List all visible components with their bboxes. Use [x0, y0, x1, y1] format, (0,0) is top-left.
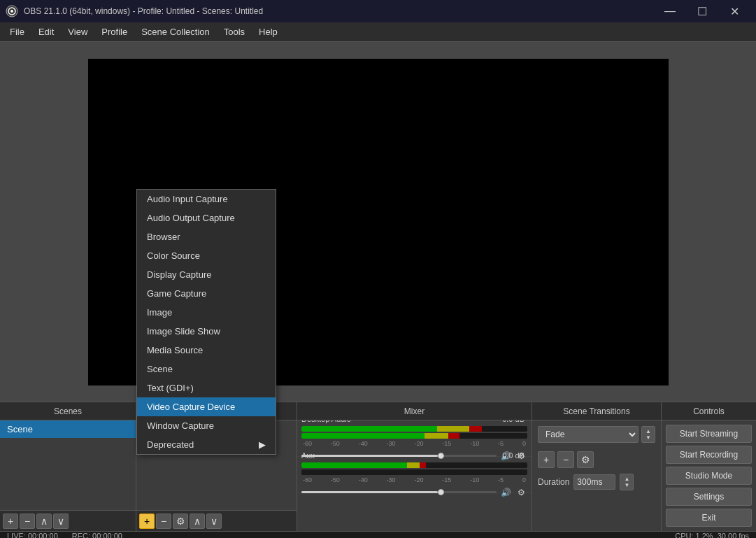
duration-row: Duration ▲ ▼	[538, 474, 655, 490]
scenes-toolbar: + − ∧ ∨	[0, 510, 136, 531]
context-video-capture[interactable]: Video Capture Device	[137, 397, 276, 416]
duration-label: Duration	[538, 477, 569, 487]
scenes-add-button[interactable]: +	[3, 514, 18, 529]
obs-icon	[6, 5, 18, 17]
context-deprecated[interactable]: Deprecated ▶	[137, 435, 276, 454]
duration-input[interactable]	[573, 474, 615, 490]
bottom-panel: Scenes Scene + − ∧ ∨ Sources	[0, 402, 756, 538]
statusbar: LIVE: 00:00:00 REC: 00:00:00 CPU: 1.2%, …	[0, 531, 756, 538]
start-streaming-button[interactable]: Start Streaming	[666, 425, 752, 443]
studio-mode-button[interactable]: Studio Mode	[666, 467, 752, 485]
context-game-capture[interactable]: Game Capture	[137, 284, 276, 303]
scenes-down-button[interactable]: ∨	[53, 514, 69, 529]
controls-content: Start Streaming Start Recording Studio M…	[662, 420, 756, 531]
menu-edit[interactable]: Edit	[31, 24, 61, 40]
context-media-source[interactable]: Media Source	[137, 341, 276, 360]
close-button[interactable]: ✕	[718, 0, 750, 22]
menu-help[interactable]: Help	[252, 24, 285, 40]
transitions-header: Scene Transitions	[532, 402, 661, 420]
menu-file[interactable]: File	[3, 24, 31, 40]
transitions-content: Fade Cut Swipe Slide ▲ ▼ + − ⚙	[532, 420, 661, 531]
sources-add-button[interactable]: +	[139, 514, 155, 529]
context-scene[interactable]: Scene	[137, 360, 276, 378]
transition-type-select[interactable]: Fade Cut Swipe Slide	[538, 426, 639, 443]
transition-type-spinner[interactable]: ▲ ▼	[641, 426, 655, 443]
svg-point-2	[10, 10, 13, 13]
context-text-gdi[interactable]: Text (GDI+)	[137, 378, 276, 397]
status-rec: REC: 00:00:00	[72, 532, 122, 538]
menu-tools[interactable]: Tools	[217, 24, 252, 40]
titlebar-title: OBS 21.1.0 (64bit, windows) - Profile: U…	[24, 6, 263, 16]
scenes-up-button[interactable]: ∧	[36, 514, 52, 529]
mixer-ticks-aux: -60-50-40-30-20-15-10-50	[301, 476, 527, 483]
submenu-arrow-icon: ▶	[259, 439, 266, 450]
mixer-header: Mixer	[297, 402, 532, 420]
menubar: File Edit View Profile Scene Collection …	[0, 22, 756, 42]
context-window-capture[interactable]: Window Capture	[137, 416, 276, 435]
titlebar-controls: — ☐ ✕	[654, 0, 750, 22]
mixer-aux-bar1	[301, 462, 527, 468]
menu-view[interactable]: View	[61, 24, 94, 40]
context-color-source[interactable]: Color Source	[137, 246, 276, 265]
menu-profile[interactable]: Profile	[94, 24, 134, 40]
transitions-settings-button[interactable]: ⚙	[577, 451, 594, 468]
mixer-aux-settings[interactable]: ⚙	[515, 486, 527, 499]
mixer-ticks: -60-50-40-30-20-15-10-50	[301, 440, 527, 447]
mixer-aux-volume: 0.0 dB	[496, 451, 527, 460]
mixer-desktop-bar1	[301, 426, 527, 432]
mixer-aux-bar2	[301, 469, 527, 475]
context-image[interactable]: Image	[137, 303, 276, 322]
minimize-button[interactable]: —	[654, 0, 686, 22]
settings-button[interactable]: Settings	[666, 488, 752, 506]
panel-row: Scenes Scene + − ∧ ∨ Sources	[0, 402, 756, 531]
transitions-panel: Scene Transitions Fade Cut Swipe Slide ▲…	[532, 402, 662, 531]
sources-toolbar: + − ⚙ ∧ ∨	[136, 510, 297, 531]
transition-type-row: Fade Cut Swipe Slide ▲ ▼	[538, 426, 655, 443]
maximize-button[interactable]: ☐	[686, 0, 718, 22]
mixer-desktop-volume: 0.0 dB	[496, 420, 527, 423]
scenes-header: Scenes	[0, 402, 136, 420]
controls-header: Controls	[662, 402, 756, 420]
context-audio-input[interactable]: Audio Input Capture	[137, 190, 276, 208]
mixer-desktop-bar2	[301, 433, 527, 439]
context-audio-output[interactable]: Audio Output Capture	[137, 208, 276, 227]
transitions-add-button[interactable]: +	[538, 451, 555, 468]
scenes-remove-button[interactable]: −	[20, 514, 35, 529]
context-browser[interactable]: Browser	[137, 227, 276, 246]
exit-button[interactable]: Exit	[666, 509, 752, 527]
status-cpu: CPU: 1.2%, 30.00 fps	[675, 532, 749, 538]
scenes-panel: Scenes Scene + − ∧ ∨	[0, 402, 136, 531]
context-image-slideshow[interactable]: Image Slide Show	[137, 322, 276, 341]
status-live: LIVE: 00:00:00	[7, 532, 58, 538]
scene-item[interactable]: Scene	[0, 420, 136, 438]
add-source-context-menu: Audio Input Capture Audio Output Capture…	[136, 189, 276, 455]
sources-settings-button[interactable]: ⚙	[173, 514, 188, 529]
main-content: Scenes Scene + − ∧ ∨ Sources	[0, 42, 756, 538]
sources-up-button[interactable]: ∧	[190, 514, 205, 529]
mixer-aux-mute[interactable]: 🔊	[499, 486, 512, 499]
context-display-capture[interactable]: Display Capture	[137, 265, 276, 284]
sources-remove-button[interactable]: −	[156, 514, 171, 529]
mixer-track-aux: Aux 0.0 dB	[297, 457, 532, 493]
menu-scene-collection[interactable]: Scene Collection	[134, 24, 217, 40]
titlebar: OBS 21.1.0 (64bit, windows) - Profile: U…	[0, 0, 756, 22]
preview-area	[0, 42, 756, 402]
duration-spinner[interactable]: ▲ ▼	[620, 474, 634, 490]
sources-down-button[interactable]: ∨	[206, 514, 222, 529]
mixer-tracks: Desktop Audio 0.0 dB	[297, 420, 532, 531]
mixer-panel: Mixer Desktop Audio 0.0 dB	[297, 402, 532, 531]
scenes-list: Scene	[0, 420, 136, 510]
titlebar-left: OBS 21.1.0 (64bit, windows) - Profile: U…	[6, 5, 263, 17]
start-recording-button[interactable]: Start Recording	[666, 446, 752, 464]
sources-panel: Sources Audio Input Capture Audio Output…	[136, 402, 297, 531]
mixer-desktop-label: Desktop Audio	[301, 420, 357, 423]
controls-panel: Controls Start Streaming Start Recording…	[662, 402, 756, 531]
transitions-remove-button[interactable]: −	[557, 451, 574, 468]
